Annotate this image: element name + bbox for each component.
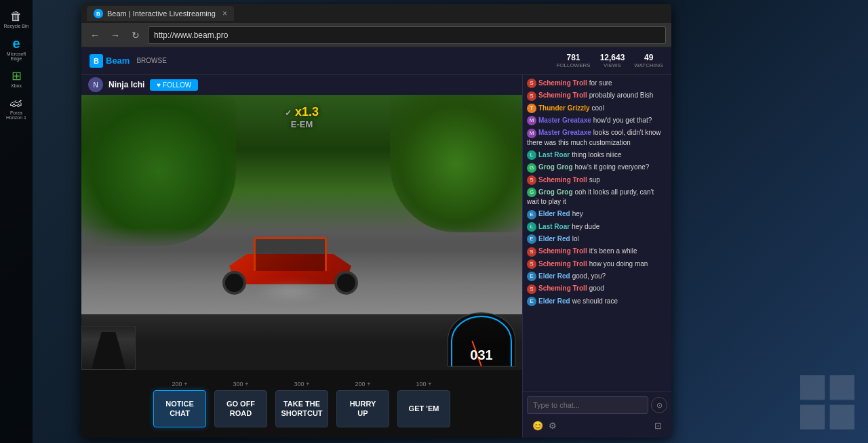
chat-send-button[interactable]: ⊙ — [651, 397, 667, 413]
hud-score: ✓ x1.3 E-EM — [285, 105, 319, 129]
taskbar-label-edge: Microsoft Edge — [3, 51, 30, 61]
streamer-name: Ninja Ichi — [108, 80, 144, 89]
vote-button-getem[interactable]: GET 'EM — [397, 390, 450, 427]
cost-notice: 200 + — [172, 381, 188, 387]
stat-views: 12,643 VIEWS — [600, 53, 625, 68]
vote-button-notice[interactable]: NOTICECHAT — [153, 390, 206, 427]
vote-button-hurry[interactable]: HURRYUP — [336, 390, 389, 427]
vote-button-offroad[interactable]: GO OFFROAD — [214, 390, 267, 427]
cost-offroad: 300 + — [233, 381, 249, 387]
refresh-button[interactable]: ↻ — [127, 27, 144, 43]
vote-wrap-hurry: 200 + HURRYUP — [336, 381, 389, 427]
svg-rect-1 — [830, 375, 854, 400]
vote-wrap-getem: 100 + GET 'EM — [397, 381, 450, 427]
chat-message: SScheming Trollit's been a while — [527, 247, 667, 256]
chat-message: SScheming Trollhow you doing man — [527, 259, 667, 269]
video-section: N Ninja Ichi ♥ FOLLOW — [81, 75, 522, 438]
favicon-letter: B — [96, 11, 100, 17]
chat-input[interactable] — [527, 396, 648, 414]
back-button[interactable]: ← — [87, 27, 103, 43]
car-wheel-right — [334, 271, 358, 295]
views-label: VIEWS — [604, 62, 621, 68]
browser-toolbar: ← → ↻ — [81, 23, 671, 47]
stat-watching: 49 WATCHING — [634, 53, 663, 68]
chat-input-area: ⊙ 😊 ⚙ ⊡ — [523, 392, 671, 438]
vote-button-shortcut[interactable]: TAKE THESHORTCUT — [275, 390, 328, 427]
chat-panel: SScheming Trollfor sureSScheming Trollpr… — [522, 75, 671, 438]
browser-content: B Beam BROWSE 781 FOLLOWERS 12,643 VIEWS… — [81, 47, 671, 438]
streamer-cam — [81, 326, 136, 370]
chat-message: TThunder Grizzlycool — [527, 104, 667, 113]
forza-icon: 🏎 — [10, 97, 22, 109]
stream-area: N Ninja Ichi ♥ FOLLOW — [81, 75, 671, 438]
speedometer: 031 — [448, 312, 515, 366]
edge-icon: e — [12, 37, 20, 50]
speedo-speed: 031 — [448, 347, 515, 363]
stream-stats: 781 FOLLOWERS 12,643 VIEWS 49 WATCHING — [556, 53, 663, 68]
follow-button[interactable]: ♥ FOLLOW — [150, 79, 198, 91]
beam-logo: B Beam — [90, 54, 130, 68]
chat-message: EElder Redhey — [527, 209, 667, 219]
chat-bottom-icons: 😊 ⚙ — [532, 421, 557, 431]
chat-popout-button[interactable]: ⊡ — [654, 421, 662, 431]
beam-logo-icon: B — [90, 54, 103, 68]
vote-wrap-offroad: 300 + GO OFFROAD — [214, 381, 267, 427]
chat-message: SScheming Trollprobably around Bish — [527, 91, 667, 100]
stat-followers: 781 FOLLOWERS — [556, 53, 590, 68]
foliage-left — [81, 95, 236, 246]
chat-message: EElder Redgood, you? — [527, 272, 667, 281]
taskbar-icon-xbox[interactable]: ⊞ Xbox — [3, 65, 30, 92]
svg-rect-0 — [800, 375, 825, 400]
chat-message: GGrog Grogooh it looks all purdy, can't … — [527, 188, 667, 207]
car-wheel-left — [222, 271, 246, 295]
taskbar-label-forza: Forza Horizon 1 — [3, 110, 30, 120]
chat-emoji-button[interactable]: 😊 — [532, 421, 543, 431]
chat-message: EElder Redwe should race — [527, 297, 667, 306]
vote-wrap-shortcut: 300 + TAKE THESHORTCUT — [275, 381, 328, 427]
browser-titlebar: B Beam | Interactive Livestreaming × — [81, 4, 671, 23]
chat-message: SScheming Trollgood — [527, 284, 667, 293]
car — [222, 200, 358, 301]
chat-message: SScheming Trollfor sure — [527, 79, 667, 88]
chat-message: LLast Roarhey dude — [527, 222, 667, 232]
score-value: E-EM — [285, 119, 319, 129]
windows-logo — [800, 375, 854, 429]
taskbar-icon-edge[interactable]: e Microsoft Edge — [3, 35, 30, 62]
taskbar-icon-forza[interactable]: 🏎 Forza Horizon 1 — [3, 95, 30, 122]
chat-message: MMaster Greataxelooks cool, didn't know … — [527, 128, 667, 147]
chat-message: EElder Redlol — [527, 234, 667, 244]
watching-value: 49 — [644, 53, 653, 62]
chat-message: GGrog Groghow's it going everyone? — [527, 163, 667, 172]
chat-messages: SScheming Trollfor sureSScheming Trollpr… — [523, 75, 671, 392]
vote-wrap-notice: 200 + NOTICECHAT — [153, 381, 206, 427]
chat-bottom-bar: 😊 ⚙ ⊡ — [527, 418, 667, 434]
views-value: 12,643 — [600, 53, 625, 62]
car-body — [229, 240, 351, 295]
cost-hurry: 200 + — [355, 381, 371, 387]
followers-value: 781 — [566, 53, 580, 62]
taskbar-label-recycle: Recycle Bin — [4, 24, 29, 28]
chat-settings-button[interactable]: ⚙ — [549, 421, 557, 431]
score-multiplier: ✓ x1.3 — [285, 105, 319, 119]
streamer-bar: N Ninja Ichi ♥ FOLLOW — [81, 75, 522, 95]
chat-message: MMaster Greataxehow'd you get that? — [527, 116, 667, 125]
beam-header: B Beam BROWSE 781 FOLLOWERS 12,643 VIEWS… — [81, 47, 671, 75]
streamer-avatar: N — [88, 77, 103, 92]
cost-getem: 100 + — [416, 381, 432, 387]
video-frame: ✓ x1.3 E-EM 031 — [81, 95, 522, 370]
car-dust — [254, 284, 327, 298]
followers-label: FOLLOWERS — [556, 62, 590, 68]
foliage-right — [390, 95, 522, 232]
address-bar[interactable] — [148, 26, 666, 44]
forward-button[interactable]: → — [107, 27, 123, 43]
nav-browse[interactable]: BROWSE — [136, 57, 166, 64]
tab-close-button[interactable]: × — [222, 9, 227, 18]
cost-shortcut: 300 + — [294, 381, 310, 387]
chat-message: SScheming Trollsup — [527, 175, 667, 185]
interactive-bar: 200 + NOTICECHAT 300 + GO OFFROAD 300 + … — [81, 370, 522, 438]
svg-rect-3 — [830, 405, 854, 429]
taskbar-icon-recycle[interactable]: 🗑 Recycle Bin — [3, 5, 30, 33]
browser-tab[interactable]: B Beam | Interactive Livestreaming × — [87, 6, 234, 21]
beam-brand-name: Beam — [106, 56, 130, 66]
tab-favicon: B — [94, 9, 103, 18]
